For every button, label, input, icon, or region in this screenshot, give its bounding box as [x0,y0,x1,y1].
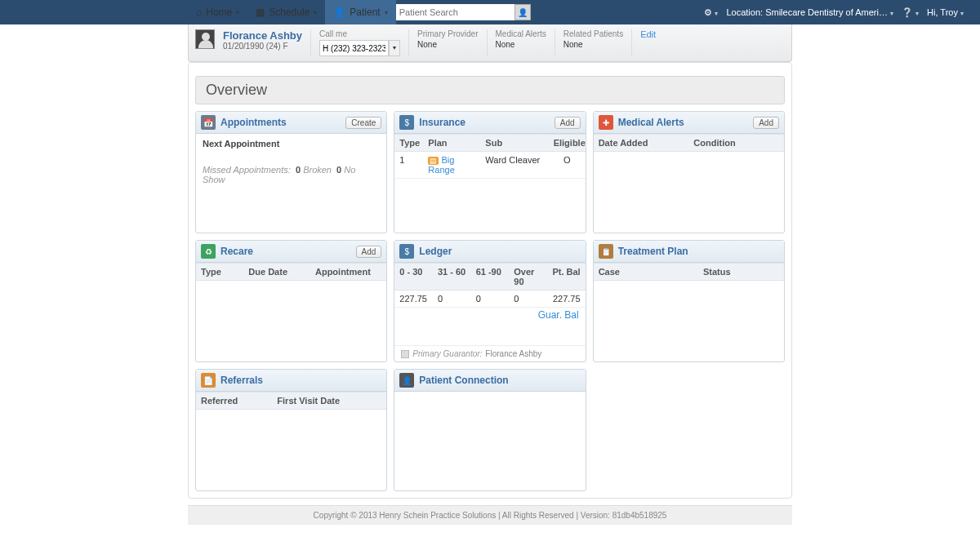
add-medical-alert-button[interactable]: Add [753,117,779,129]
chevron-down-icon: ▾ [385,9,388,16]
nav-home-label: Home [206,7,232,18]
edit-patient-link[interactable]: Edit [640,29,656,39]
add-insurance-button[interactable]: Add [555,117,581,129]
patient-name[interactable]: Florance Ashby [223,29,302,42]
medical-alerts-title: Medical Alerts [618,117,749,128]
alert-icon: ✚ [599,115,613,130]
nav-patient-label: Patient [350,7,380,18]
nav-home[interactable]: ⌂ Home ▾ [188,0,247,24]
dollar-icon: $ [399,244,414,259]
insurance-title: Insurance [419,117,550,128]
nav-schedule-label: Schedule [269,7,310,18]
patient-meta: 01/20/1990 (24) F [223,42,302,51]
patient-search-button[interactable]: 👤 [514,4,531,20]
related-patients-label: Related Patients [564,29,623,38]
checkbox-icon [401,350,409,358]
location-dropdown[interactable]: Location: Smilecare Dentistry of Ameri… … [726,7,893,17]
footer: Copyright © 2013 Henry Schein Practice S… [188,505,792,525]
referrals-title: Referrals [220,375,381,386]
recycle-icon: ♻ [201,244,216,259]
gear-icon[interactable]: ⚙ ▾ [704,7,718,18]
phmedical-alerts-value: None [496,40,546,49]
callme-label: Call me [319,29,400,38]
clipboard-icon: 📋 [599,244,613,259]
primary-guarantor: Primary Guarantor: Florance Ashby [394,345,585,361]
calendar-icon: 📅 [201,115,216,130]
phone-select[interactable] [319,40,389,56]
missed-appointments: Missed Appointments: 0 Broken 0 No Show [203,165,380,184]
referrals-card: 📄 Referrals Referred First Visit Date [195,369,387,491]
add-recare-button[interactable]: Add [356,246,382,258]
recare-card: ♻ Recare Add Type Due Date Appointment [195,240,387,362]
nav-patient[interactable]: 👤 Patient ▾ [325,0,395,24]
chevron-down-icon: ▾ [314,9,317,16]
chevron-down-icon: ▾ [236,9,239,16]
phmedical-alerts-label: Medical Alerts [496,29,546,38]
appointments-card: 📅 Appointments Create Next Appointment M… [195,111,387,233]
appointments-title: Appointments [220,117,341,128]
insurance-row[interactable]: 1 ▤ Big Range Ward Cleaver O [394,152,585,179]
primary-provider-label: Primary Provider [417,29,478,38]
create-appointment-button[interactable]: Create [345,117,381,129]
treatment-plan-title: Treatment Plan [618,246,779,257]
ledger-header: 0 - 30 31 - 60 61 -90 Over 90 Pt. Bal [394,263,585,291]
nav-schedule[interactable]: ▦ Schedule ▾ [247,0,325,24]
recare-header: Type Due Date Appointment [196,263,386,281]
person-icon: 👤 [333,7,345,18]
phone-dropdown-button[interactable]: ▾ [389,40,400,56]
user-menu[interactable]: Hi, Troy ▾ [927,7,964,17]
medical-alerts-header: Date Added Condition [594,134,784,152]
primary-provider-value: None [417,40,478,49]
plan-icon: ▤ [428,157,439,165]
guarantor-balance-link[interactable]: Guar. Bal [394,308,585,322]
patient-connection-card: 👤 Patient Connection [394,369,586,491]
referrals-header: Referred First Visit Date [196,392,386,410]
patient-header: Florance Ashby 01/20/1990 (24) F Call me… [188,24,792,62]
recare-title: Recare [220,246,351,257]
ledger-card: $ Ledger 0 - 30 31 - 60 61 -90 Over 90 P… [394,240,586,362]
person-add-icon: 👤 [518,8,528,17]
patient-search-input[interactable] [396,4,514,20]
treatment-header: Case Status [594,263,784,281]
next-appointment-label: Next Appointment [203,139,380,149]
ledger-row: 227.75 0 0 0 227.75 [394,291,585,308]
insurance-card: $ Insurance Add Type Plan Sub Eligible 1… [394,111,586,233]
calendar-icon: ▦ [256,7,265,18]
help-icon[interactable]: ❔ ▾ [902,7,919,18]
home-icon: ⌂ [196,7,202,18]
ledger-title: Ledger [419,246,580,257]
medical-alerts-card: ✚ Medical Alerts Add Date Added Conditio… [593,111,785,233]
document-icon: 📄 [201,373,216,388]
shield-icon: $ [399,115,414,130]
patient-avatar [195,29,215,49]
treatment-plan-card: 📋 Treatment Plan Case Status [593,240,785,362]
insurance-header: Type Plan Sub Eligible [394,134,585,152]
patient-connection-title: Patient Connection [419,375,580,386]
person-icon: 👤 [399,373,414,388]
page-title: Overview [195,76,785,104]
related-patients-value: None [564,40,623,49]
